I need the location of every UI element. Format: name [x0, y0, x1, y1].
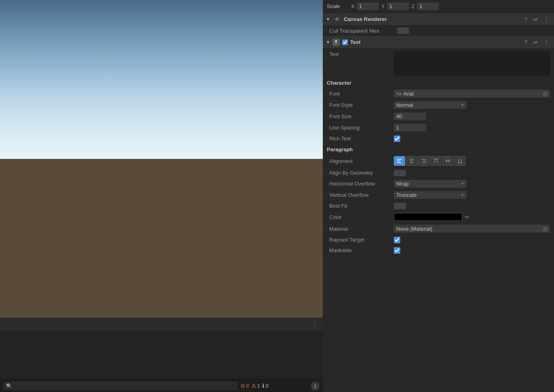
scale-z-label: Z [412, 4, 414, 9]
horizontal-overflow-select[interactable]: Wrap Overflow [394, 180, 466, 188]
vertical-overflow-label: Vertical Overflow [329, 192, 394, 198]
align-left-button[interactable] [394, 156, 405, 166]
scene-view [0, 0, 323, 318]
maskable-row: Maskable [323, 245, 554, 256]
horizontal-overflow-label: Horizontal Overflow [329, 181, 394, 187]
align-bottom-button[interactable] [454, 156, 466, 166]
color-swatch[interactable] [394, 213, 462, 221]
font-size-input[interactable] [394, 113, 426, 120]
best-fit-row: Best Fit [323, 201, 554, 211]
color-label: Color [329, 214, 394, 220]
console-bar: 🔍 ⊘ 0 ⚠ 1 ℹ 0 1 [0, 379, 323, 392]
scale-row: Scale X Y Z [323, 0, 554, 13]
line-spacing-input[interactable] [394, 124, 426, 131]
scene-menu-button[interactable]: ⋮ [310, 319, 320, 330]
viewport-bottom [0, 331, 323, 379]
warning-icon: ⚠ [251, 383, 256, 389]
text-component-title: Text [350, 39, 520, 45]
canvas-renderer-help-icon[interactable]: ? [523, 15, 529, 23]
console-search-wrapper[interactable]: 🔍 [3, 382, 237, 390]
font-target-icon[interactable]: ◎ [543, 90, 548, 97]
horizontal-overflow-row: Horizontal Overflow Wrap Overflow [323, 178, 554, 190]
font-label: Font [329, 91, 394, 97]
color-value: ✏ [394, 213, 550, 221]
console-badges: ⊘ 0 ⚠ 1 ℹ 0 [240, 383, 268, 389]
font-size-row: Font Size [323, 111, 554, 122]
rich-text-value [394, 136, 550, 142]
scale-z-input[interactable] [417, 2, 439, 10]
alignment-grid [394, 156, 466, 166]
canvas-renderer-toggle[interactable]: ▼ [326, 17, 330, 21]
text-textarea[interactable] [394, 51, 550, 75]
rich-text-checkbox[interactable] [394, 136, 400, 142]
canvas-renderer-section-header: ▼ 👁 Canvas Renderer ? ⇌ ⋮ [323, 13, 554, 26]
console-search-input[interactable] [14, 383, 234, 389]
cull-toggle[interactable] [397, 27, 409, 34]
maskable-checkbox[interactable] [394, 247, 400, 254]
best-fit-label: Best Fit [329, 203, 394, 209]
scale-x-input[interactable] [357, 2, 379, 10]
scene-bottom-bar: ⋮ [0, 318, 323, 331]
font-style-dropdown-wrapper: Normal Bold Italic Bold Italic [394, 101, 466, 109]
font-field[interactable]: Aa Arial ◎ [394, 90, 550, 98]
line-spacing-value [394, 124, 550, 131]
align-center-h-button[interactable] [406, 156, 417, 166]
font-style-row: Font Style Normal Bold Italic Bold Itali… [323, 100, 554, 111]
canvas-renderer-more-icon[interactable]: ⋮ [542, 15, 551, 23]
font-aa-label: Aa [396, 91, 401, 96]
text-toggle[interactable]: ▼ [326, 40, 330, 44]
vertical-overflow-value: Truncate Overflow [394, 191, 550, 199]
canvas-renderer-title: Canvas Renderer [344, 16, 520, 22]
warning-badge[interactable]: ⚠ 1 [251, 383, 260, 389]
error-badge[interactable]: ⊘ 0 [240, 383, 249, 389]
material-target-icon[interactable]: ◎ [543, 225, 548, 232]
text-section-actions: ? ⇌ ⋮ [523, 38, 551, 46]
warning-count: 1 [257, 383, 260, 389]
align-right-button[interactable] [418, 156, 429, 166]
best-fit-toggle[interactable] [394, 203, 406, 209]
raycast-target-label: Raycast Target [329, 237, 394, 243]
font-style-label: Font Style [329, 102, 394, 108]
character-section-label: Character [323, 77, 554, 88]
text-help-icon[interactable]: ? [523, 38, 529, 46]
vertical-overflow-select[interactable]: Truncate Overflow [394, 191, 466, 199]
horizontal-overflow-dropdown-wrapper: Wrap Overflow [394, 180, 466, 188]
scale-label: Scale [327, 3, 347, 9]
text-more-icon[interactable]: ⋮ [542, 38, 551, 46]
font-name-value: Arial [403, 91, 541, 97]
eyedropper-icon[interactable]: ✏ [465, 214, 470, 220]
scale-x-label: X [351, 4, 354, 9]
cull-transparent-row: Cull Transparent Mes [323, 26, 554, 36]
material-value: None (Material) ◎ [394, 225, 550, 233]
sky-gradient [0, 0, 323, 159]
align-by-geometry-row: Align By Geometry [323, 168, 554, 178]
font-style-select[interactable]: Normal Bold Italic Bold Italic [394, 101, 466, 109]
material-name-value: None (Material) [396, 226, 541, 232]
canvas-renderer-settings-icon[interactable]: ⇌ [531, 15, 539, 23]
alignment-buttons [394, 156, 550, 166]
vertical-overflow-row: Vertical Overflow Truncate Overflow [323, 190, 554, 201]
raycast-target-value [394, 237, 550, 243]
font-style-value: Normal Bold Italic Bold Italic [394, 101, 550, 109]
raycast-target-row: Raycast Target [323, 235, 554, 245]
info-badge[interactable]: ℹ 0 [262, 383, 268, 389]
material-row: Material None (Material) ◎ [323, 223, 554, 235]
text-settings-icon[interactable]: ⇌ [531, 38, 539, 46]
font-size-label: Font Size [329, 113, 394, 119]
raycast-target-checkbox[interactable] [394, 237, 400, 243]
vertical-overflow-dropdown-wrapper: Truncate Overflow [394, 191, 466, 199]
error-count: 0 [246, 383, 249, 389]
maskable-label: Maskable [329, 247, 394, 253]
align-middle-v-button[interactable] [442, 156, 454, 166]
text-value-row: Text [323, 49, 554, 77]
text-enable-checkbox[interactable] [342, 40, 348, 45]
align-top-button[interactable] [430, 156, 441, 166]
scale-y-input[interactable] [387, 2, 409, 10]
align-by-geometry-toggle[interactable] [394, 170, 406, 176]
scale-y-label: Y [381, 4, 385, 9]
search-icon: 🔍 [6, 383, 12, 389]
material-field[interactable]: None (Material) ◎ [394, 225, 550, 233]
canvas-renderer-visibility-icon[interactable]: 👁 [332, 15, 341, 23]
horizontal-overflow-value: Wrap Overflow [394, 180, 550, 188]
text-component-icon: T [332, 39, 340, 46]
